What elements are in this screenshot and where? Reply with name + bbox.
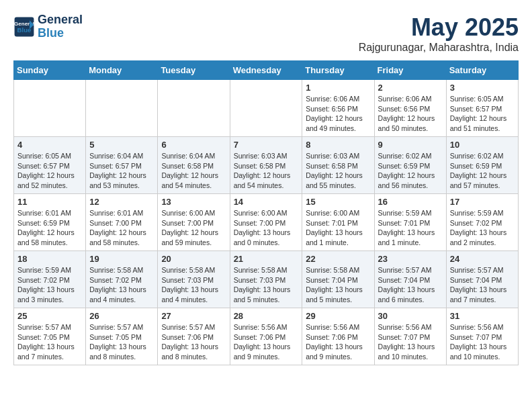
- day-info: Sunrise: 5:57 AMSunset: 7:05 PMDaylight:…: [89, 322, 154, 362]
- day-number: 13: [161, 197, 226, 207]
- day-number: 30: [378, 311, 443, 321]
- day-header-saturday: Saturday: [446, 61, 518, 80]
- day-cell: 8Sunrise: 6:03 AMSunset: 6:58 PMDaylight…: [302, 137, 374, 194]
- day-number: 3: [450, 83, 515, 93]
- day-number: 10: [450, 140, 515, 150]
- day-number: 17: [450, 197, 515, 207]
- day-number: 26: [89, 311, 154, 321]
- day-cell: [86, 80, 158, 137]
- day-info: Sunrise: 6:01 AMSunset: 7:00 PMDaylight:…: [89, 208, 154, 248]
- day-cell: 14Sunrise: 6:00 AMSunset: 7:00 PMDayligh…: [230, 194, 302, 251]
- day-number: 27: [161, 311, 226, 321]
- day-cell: 11Sunrise: 6:01 AMSunset: 6:59 PMDayligh…: [14, 194, 86, 251]
- day-number: 22: [306, 254, 370, 264]
- day-info: Sunrise: 6:03 AMSunset: 6:58 PMDaylight:…: [306, 151, 370, 191]
- day-cell: 23Sunrise: 5:57 AMSunset: 7:04 PMDayligh…: [374, 251, 446, 308]
- day-header-monday: Monday: [86, 61, 158, 80]
- day-cell: 12Sunrise: 6:01 AMSunset: 7:00 PMDayligh…: [86, 194, 158, 251]
- day-cell: 9Sunrise: 6:02 AMSunset: 6:59 PMDaylight…: [374, 137, 446, 194]
- day-cell: 26Sunrise: 5:57 AMSunset: 7:05 PMDayligh…: [86, 308, 158, 365]
- day-cell: [230, 80, 302, 137]
- day-number: 31: [450, 311, 515, 321]
- day-cell: 6Sunrise: 6:04 AMSunset: 6:58 PMDaylight…: [158, 137, 230, 194]
- day-number: 1: [306, 83, 370, 93]
- day-cell: 2Sunrise: 6:06 AMSunset: 6:56 PMDaylight…: [374, 80, 446, 137]
- day-cell: 27Sunrise: 5:57 AMSunset: 7:06 PMDayligh…: [158, 308, 230, 365]
- day-number: 29: [306, 311, 370, 321]
- day-cell: 15Sunrise: 6:00 AMSunset: 7:01 PMDayligh…: [302, 194, 374, 251]
- day-cell: 4Sunrise: 6:05 AMSunset: 6:57 PMDaylight…: [14, 137, 86, 194]
- day-cell: 16Sunrise: 5:59 AMSunset: 7:01 PMDayligh…: [374, 194, 446, 251]
- day-header-friday: Friday: [374, 61, 446, 80]
- day-cell: 20Sunrise: 5:58 AMSunset: 7:03 PMDayligh…: [158, 251, 230, 308]
- day-info: Sunrise: 6:00 AMSunset: 7:00 PMDaylight:…: [234, 208, 299, 248]
- week-row-4: 18Sunrise: 5:59 AMSunset: 7:02 PMDayligh…: [14, 251, 519, 308]
- header: General Blue General Blue May 2025 Rajgu…: [13, 13, 519, 54]
- calendar-table: SundayMondayTuesdayWednesdayThursdayFrid…: [13, 60, 519, 365]
- day-cell: [158, 80, 230, 137]
- day-info: Sunrise: 5:58 AMSunset: 7:03 PMDaylight:…: [234, 265, 299, 305]
- day-number: 9: [378, 140, 443, 150]
- title-area: May 2025 Rajgurunagar, Maharashtra, Indi…: [359, 13, 519, 54]
- day-header-thursday: Thursday: [302, 61, 374, 80]
- day-info: Sunrise: 5:57 AMSunset: 7:04 PMDaylight:…: [378, 265, 443, 305]
- day-info: Sunrise: 6:02 AMSunset: 6:59 PMDaylight:…: [378, 151, 443, 191]
- day-cell: 31Sunrise: 5:56 AMSunset: 7:07 PMDayligh…: [446, 308, 518, 365]
- day-number: 18: [17, 254, 82, 264]
- day-cell: 5Sunrise: 6:04 AMSunset: 6:57 PMDaylight…: [86, 137, 158, 194]
- day-info: Sunrise: 5:56 AMSunset: 7:06 PMDaylight:…: [234, 322, 299, 362]
- day-info: Sunrise: 6:00 AMSunset: 7:01 PMDaylight:…: [306, 208, 370, 248]
- day-info: Sunrise: 5:57 AMSunset: 7:05 PMDaylight:…: [17, 322, 82, 362]
- day-cell: 19Sunrise: 5:58 AMSunset: 7:02 PMDayligh…: [86, 251, 158, 308]
- day-cell: 13Sunrise: 6:00 AMSunset: 7:00 PMDayligh…: [158, 194, 230, 251]
- day-header-row: SundayMondayTuesdayWednesdayThursdayFrid…: [14, 61, 519, 80]
- day-number: 7: [234, 140, 299, 150]
- day-cell: 29Sunrise: 5:56 AMSunset: 7:06 PMDayligh…: [302, 308, 374, 365]
- day-number: 19: [89, 254, 154, 264]
- week-row-1: 1Sunrise: 6:06 AMSunset: 6:56 PMDaylight…: [14, 80, 519, 137]
- day-number: 23: [378, 254, 443, 264]
- day-info: Sunrise: 6:06 AMSunset: 6:56 PMDaylight:…: [306, 94, 370, 134]
- day-number: 15: [306, 197, 370, 207]
- day-info: Sunrise: 5:58 AMSunset: 7:04 PMDaylight:…: [306, 265, 370, 305]
- week-row-3: 11Sunrise: 6:01 AMSunset: 6:59 PMDayligh…: [14, 194, 519, 251]
- subtitle: Rajgurunagar, Maharashtra, India: [359, 42, 519, 54]
- day-header-tuesday: Tuesday: [158, 61, 230, 80]
- day-cell: 7Sunrise: 6:03 AMSunset: 6:58 PMDaylight…: [230, 137, 302, 194]
- logo-text: General Blue: [38, 13, 83, 40]
- logo: General Blue General Blue: [13, 13, 83, 40]
- day-info: Sunrise: 6:05 AMSunset: 6:57 PMDaylight:…: [17, 151, 82, 191]
- day-cell: 10Sunrise: 6:02 AMSunset: 6:59 PMDayligh…: [446, 137, 518, 194]
- day-info: Sunrise: 6:04 AMSunset: 6:58 PMDaylight:…: [161, 151, 226, 191]
- day-info: Sunrise: 5:56 AMSunset: 7:06 PMDaylight:…: [306, 322, 370, 362]
- day-number: 6: [161, 140, 226, 150]
- day-cell: 3Sunrise: 6:05 AMSunset: 6:57 PMDaylight…: [446, 80, 518, 137]
- day-info: Sunrise: 6:00 AMSunset: 7:00 PMDaylight:…: [161, 208, 226, 248]
- day-cell: 18Sunrise: 5:59 AMSunset: 7:02 PMDayligh…: [14, 251, 86, 308]
- day-info: Sunrise: 5:56 AMSunset: 7:07 PMDaylight:…: [450, 322, 515, 362]
- day-info: Sunrise: 6:02 AMSunset: 6:59 PMDaylight:…: [450, 151, 515, 191]
- day-cell: 25Sunrise: 5:57 AMSunset: 7:05 PMDayligh…: [14, 308, 86, 365]
- day-number: 12: [89, 197, 154, 207]
- day-cell: 24Sunrise: 5:57 AMSunset: 7:04 PMDayligh…: [446, 251, 518, 308]
- day-cell: 21Sunrise: 5:58 AMSunset: 7:03 PMDayligh…: [230, 251, 302, 308]
- day-info: Sunrise: 6:01 AMSunset: 6:59 PMDaylight:…: [17, 208, 82, 248]
- day-info: Sunrise: 6:05 AMSunset: 6:57 PMDaylight:…: [450, 94, 515, 134]
- day-number: 28: [234, 311, 299, 321]
- day-info: Sunrise: 5:59 AMSunset: 7:01 PMDaylight:…: [378, 208, 443, 248]
- day-cell: 22Sunrise: 5:58 AMSunset: 7:04 PMDayligh…: [302, 251, 374, 308]
- day-number: 14: [234, 197, 299, 207]
- day-info: Sunrise: 6:03 AMSunset: 6:58 PMDaylight:…: [234, 151, 299, 191]
- day-number: 5: [89, 140, 154, 150]
- day-cell: 30Sunrise: 5:56 AMSunset: 7:07 PMDayligh…: [374, 308, 446, 365]
- day-header-wednesday: Wednesday: [230, 61, 302, 80]
- day-number: 25: [17, 311, 82, 321]
- day-number: 21: [234, 254, 299, 264]
- main-title: May 2025: [359, 13, 519, 42]
- day-cell: 1Sunrise: 6:06 AMSunset: 6:56 PMDaylight…: [302, 80, 374, 137]
- day-cell: 17Sunrise: 5:59 AMSunset: 7:02 PMDayligh…: [446, 194, 518, 251]
- day-cell: [14, 80, 86, 137]
- day-info: Sunrise: 6:04 AMSunset: 6:57 PMDaylight:…: [89, 151, 154, 191]
- day-cell: 28Sunrise: 5:56 AMSunset: 7:06 PMDayligh…: [230, 308, 302, 365]
- week-row-2: 4Sunrise: 6:05 AMSunset: 6:57 PMDaylight…: [14, 137, 519, 194]
